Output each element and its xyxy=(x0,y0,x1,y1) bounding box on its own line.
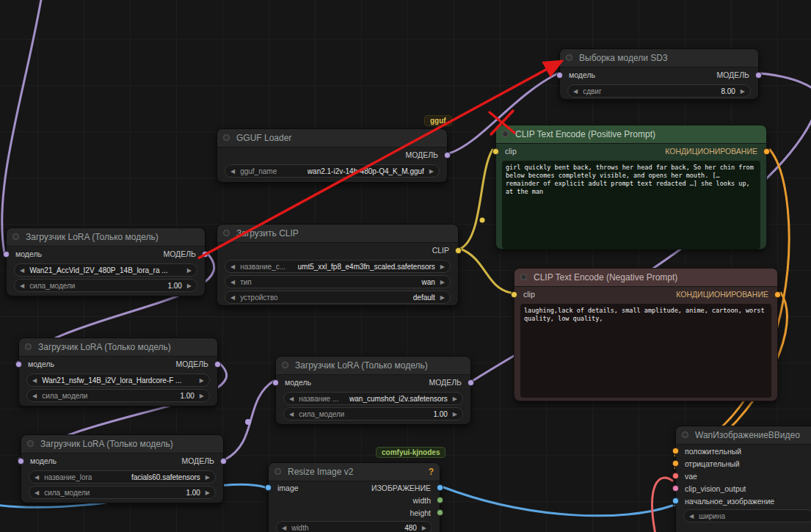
stepper-right-arrow-icon[interactable]: ▶ xyxy=(422,525,426,531)
prompt-textarea[interactable]: laughing,lack of details, small amplitud… xyxy=(520,304,771,398)
node-title-bar[interactable]: Выборка модели SD3 xyxy=(560,49,758,68)
widget-lora-strength[interactable]: ◀ сила_модели 1.00 ▶ xyxy=(29,486,216,499)
widget-clip-name[interactable]: ◀ название_c... umt5_xxl_fp8_e4m3fn_scal… xyxy=(225,260,451,273)
stepper-left-arrow-icon[interactable]: ◀ xyxy=(573,88,578,95)
input-slot-clip[interactable] xyxy=(511,291,517,298)
node-lora-loader-cumshot[interactable]: Загрузчик LoRA (Только модель) модель МО… xyxy=(275,356,471,425)
collapse-dot-icon[interactable] xyxy=(682,431,688,438)
widget-gguf-name[interactable]: ◀ gguf_name wan2.1-i2v-14b-480p-Q4_K_M.g… xyxy=(225,164,440,178)
stepper-right-arrow-icon[interactable]: ▶ xyxy=(206,489,210,496)
output-slot-conditioning[interactable] xyxy=(763,148,770,155)
combo-right-arrow-icon[interactable]: ▶ xyxy=(453,396,457,402)
node-title-bar[interactable]: CLIP Text Encode (Positive Prompt) xyxy=(496,125,766,144)
collapse-dot-icon[interactable] xyxy=(282,362,288,368)
widget-shift[interactable]: ◀ сдвиг 8.00 ▶ xyxy=(567,84,751,98)
node-title-bar[interactable]: Загрузить CLIP xyxy=(217,225,458,243)
input-slot-positive[interactable] xyxy=(672,448,679,454)
stepper-left-arrow-icon[interactable]: ◀ xyxy=(32,393,37,399)
output-slot-model[interactable] xyxy=(220,458,227,464)
collapse-dot-icon[interactable] xyxy=(274,468,281,475)
node-title-bar[interactable]: WanИзображениеВВидео xyxy=(676,426,811,445)
node-title-bar[interactable]: Загрузчик LoRA (Только модель) xyxy=(276,357,470,375)
input-slot-image[interactable] xyxy=(265,484,272,491)
combo-left-arrow-icon[interactable]: ◀ xyxy=(289,396,294,402)
input-slot-model[interactable] xyxy=(15,361,22,368)
wire-image-resize-wan[interactable] xyxy=(443,487,672,516)
combo-right-arrow-icon[interactable]: ▶ xyxy=(429,168,434,175)
collapse-dot-icon[interactable] xyxy=(502,131,509,137)
node-title-bar[interactable]: Загрузчик LoRA (Только модель) xyxy=(21,435,223,453)
node-title-bar[interactable]: Загрузчик LoRA (Только модель) xyxy=(7,228,205,247)
widget-width[interactable]: ◀ width 480 ▶ xyxy=(276,521,432,532)
widget-lora-name[interactable]: ◀ название ... wan_cumshot_i2v.safetenso… xyxy=(283,392,463,405)
input-slot-negative[interactable] xyxy=(672,460,679,467)
wire-model-lora4-lora3[interactable] xyxy=(225,381,274,459)
link-midpoint-dot[interactable] xyxy=(480,218,485,223)
combo-right-arrow-icon[interactable]: ▶ xyxy=(440,263,445,270)
node-lora-loader-nsfw[interactable]: Загрузчик LoRA (Только модель) модель МО… xyxy=(18,338,218,407)
combo-right-arrow-icon[interactable]: ▶ xyxy=(200,377,204,384)
output-slot-width[interactable] xyxy=(437,497,443,503)
combo-left-arrow-icon[interactable]: ◀ xyxy=(34,474,39,481)
widget-lora-strength[interactable]: ◀ сила_модели 1.00 ▶ xyxy=(14,279,197,292)
stepper-left-arrow-icon[interactable]: ◀ xyxy=(689,513,694,520)
node-model-sampling-sd3[interactable]: Выборка модели SD3 модель МОДЕЛЬ ◀ сдвиг… xyxy=(559,48,759,100)
node-lora-loader-accvid[interactable]: Загрузчик LoRA (Только модель) модель МО… xyxy=(6,227,206,296)
wire-clip-to-negative[interactable] xyxy=(460,249,511,293)
node-graph-canvas[interactable]: { "canvas": {"width": 1105, "height": 72… xyxy=(0,0,811,532)
stepper-left-arrow-icon[interactable]: ◀ xyxy=(20,283,24,289)
widget-lora-strength[interactable]: ◀ сила_модели 1.00 ▶ xyxy=(283,407,463,420)
node-gguf-loader[interactable]: GGUF Loader МОДЕЛЬ ◀ gguf_name wan2.1-i2… xyxy=(217,128,448,183)
output-slot-image[interactable] xyxy=(437,484,443,491)
combo-left-arrow-icon[interactable]: ◀ xyxy=(230,263,235,270)
stepper-right-arrow-icon[interactable]: ▶ xyxy=(187,283,192,289)
link-midpoint-dot[interactable] xyxy=(245,419,251,425)
input-slot-clip[interactable] xyxy=(492,148,499,155)
widget-width[interactable]: ◀ ширина xyxy=(683,509,811,522)
output-slot-model[interactable] xyxy=(202,251,208,258)
input-slot-model[interactable] xyxy=(556,72,563,79)
input-slot-model[interactable] xyxy=(3,251,10,258)
widget-lora-name[interactable]: ◀ Wan21_AccVid_I2V_480P_14B_lora_ra ... … xyxy=(14,263,197,277)
help-icon[interactable]: ? xyxy=(429,463,434,481)
collapse-dot-icon[interactable] xyxy=(12,233,19,240)
combo-right-arrow-icon[interactable]: ▶ xyxy=(206,474,210,481)
combo-left-arrow-icon[interactable]: ◀ xyxy=(230,279,235,285)
collapse-dot-icon[interactable] xyxy=(223,134,230,141)
collapse-dot-icon[interactable] xyxy=(520,274,527,280)
output-slot-model[interactable] xyxy=(444,152,451,158)
input-slot-model[interactable] xyxy=(272,379,279,386)
prompt-textarea[interactable]: girl quickly bent back, throws her head … xyxy=(502,161,760,249)
wire-model-sd3-offscreen[interactable] xyxy=(760,73,811,90)
combo-left-arrow-icon[interactable]: ◀ xyxy=(230,168,235,175)
collapse-dot-icon[interactable] xyxy=(25,343,32,350)
input-slot-start-image[interactable] xyxy=(672,498,679,504)
node-wan-image-to-video[interactable]: WanИзображениеВВидео положительный отриц… xyxy=(675,426,811,532)
collapse-dot-icon[interactable] xyxy=(566,54,572,61)
node-clip-text-encode-negative[interactable]: CLIP Text Encode (Negative Prompt) clip … xyxy=(514,268,778,401)
node-title-bar[interactable]: Resize Image v2 ? xyxy=(269,463,440,481)
node-clip-loader[interactable]: Загрузить CLIP CLIP ◀ название_c... umt5… xyxy=(217,224,459,306)
output-slot-conditioning[interactable] xyxy=(774,291,781,298)
output-slot-model[interactable] xyxy=(468,379,474,386)
node-lora-loader-facials[interactable]: Загрузчик LoRA (Только модель) модель МО… xyxy=(21,434,224,503)
stepper-left-arrow-icon[interactable]: ◀ xyxy=(282,525,286,531)
node-resize-image-v2[interactable]: Resize Image v2 ? image ИЗОБРАЖЕНИЕ widt… xyxy=(268,462,440,532)
combo-left-arrow-icon[interactable]: ◀ xyxy=(32,377,37,384)
wire-model-into-lora1[interactable] xyxy=(2,0,43,253)
combo-left-arrow-icon[interactable]: ◀ xyxy=(20,267,24,274)
stepper-right-arrow-icon[interactable]: ▶ xyxy=(741,88,745,95)
wire-vae-into-wan[interactable] xyxy=(652,478,672,532)
wire-clip-to-positive[interactable] xyxy=(460,150,492,249)
output-slot-model[interactable] xyxy=(214,361,221,368)
stepper-right-arrow-icon[interactable]: ▶ xyxy=(453,411,457,418)
node-title-bar[interactable]: CLIP Text Encode (Negative Prompt) xyxy=(514,269,777,287)
combo-right-arrow-icon[interactable]: ▶ xyxy=(440,279,445,285)
combo-right-arrow-icon[interactable]: ▶ xyxy=(440,294,445,301)
widget-clip-type[interactable]: ◀ тип wan ▶ xyxy=(225,275,451,288)
output-slot-model[interactable] xyxy=(755,72,762,79)
stepper-left-arrow-icon[interactable]: ◀ xyxy=(289,411,294,418)
stepper-left-arrow-icon[interactable]: ◀ xyxy=(34,489,39,496)
widget-lora-name[interactable]: ◀ название_lora facials60.safetensors ▶ xyxy=(29,470,216,484)
node-clip-text-encode-positive[interactable]: CLIP Text Encode (Positive Prompt) clip … xyxy=(495,125,767,249)
